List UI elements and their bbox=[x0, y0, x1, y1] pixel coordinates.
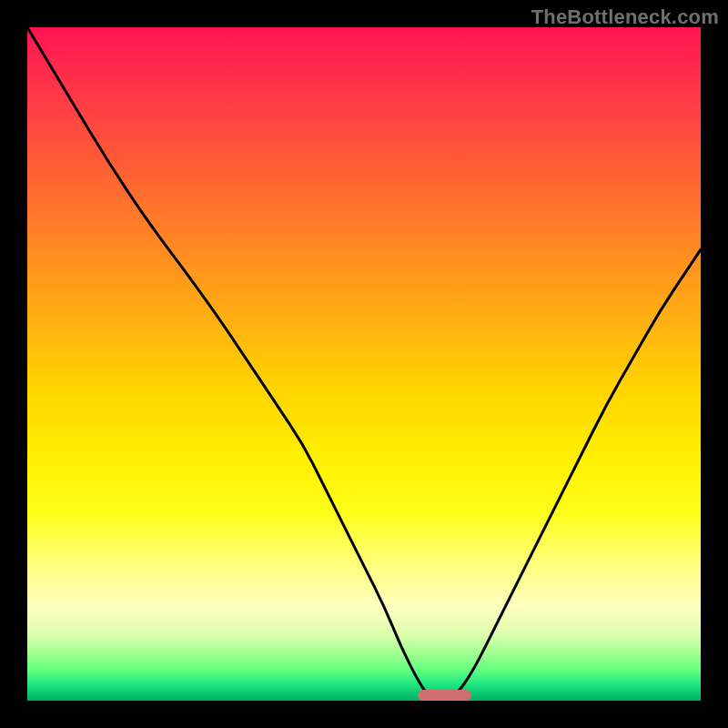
optimal-range-marker bbox=[418, 690, 471, 701]
bottleneck-curve bbox=[27, 27, 701, 701]
watermark-text: TheBottleneck.com bbox=[531, 5, 719, 29]
plot-area bbox=[27, 27, 701, 701]
chart-frame: TheBottleneck.com bbox=[0, 0, 728, 728]
